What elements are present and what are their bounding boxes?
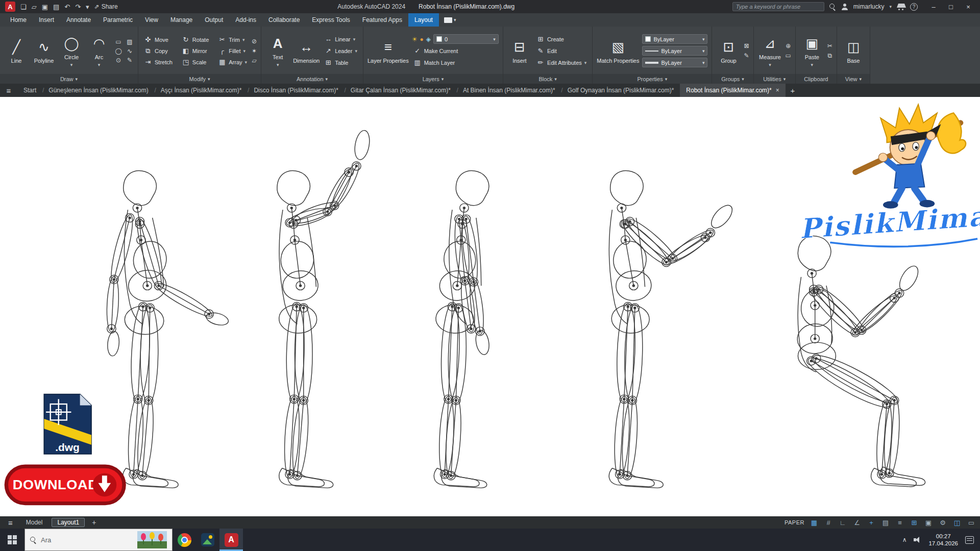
taskbar-search[interactable] [24, 529, 173, 551]
arc-button[interactable]: ◠ Arc ▾ [87, 30, 111, 72]
create-block-button[interactable]: ⊞Create [535, 34, 588, 44]
point-icon[interactable]: ⊙ [114, 57, 122, 64]
layer-lock-icon[interactable]: ◈ [426, 36, 431, 43]
base-button[interactable]: ◫ Base [841, 30, 866, 72]
quick-calc-icon[interactable]: ▭ [786, 52, 791, 59]
help-icon[interactable]: ? [910, 3, 918, 11]
edit-block-button[interactable]: ✎Edit [535, 46, 588, 56]
workspace-icon[interactable]: ▣ [924, 519, 933, 527]
revision-cloud-icon[interactable]: ✎ [126, 57, 134, 64]
minimize-button[interactable]: – [925, 0, 942, 13]
doc-tab-atbinen[interactable]: At Binen İnsan (PislikMimar.com)* [457, 84, 561, 97]
panel-label-properties[interactable]: Properties ▾ [593, 74, 712, 84]
doc-tab-robot[interactable]: Robot İnsan (PislikMimar.com)* × [680, 84, 785, 97]
tab-parametric[interactable]: Parametric [97, 13, 139, 27]
panel-label-groups[interactable]: Groups ▾ [712, 74, 753, 84]
text-button[interactable]: A Text ▾ [265, 30, 290, 72]
tab-insert[interactable]: Insert [33, 13, 60, 27]
group-edit-icon[interactable]: ✎ [744, 52, 749, 59]
table-button[interactable]: ⊞Table [323, 58, 359, 67]
tab-manage[interactable]: Manage [164, 13, 199, 27]
explode-icon[interactable]: ✶ [252, 47, 257, 55]
make-current-button[interactable]: ✓Make Current [412, 46, 499, 56]
maximize-button[interactable]: □ [942, 0, 960, 13]
new-file-icon[interactable]: ❏ [20, 3, 27, 11]
ortho-icon[interactable]: ∟ [838, 519, 847, 527]
taskbar-clock[interactable]: 00:27 17.04.2026 [928, 533, 958, 547]
hatch-icon[interactable]: ▨ [126, 38, 134, 45]
array-button[interactable]: ▦Array▾ [216, 57, 249, 67]
user-avatar-icon[interactable] [841, 4, 848, 10]
circle-button[interactable]: ◯ Circle ▾ [59, 30, 84, 72]
move-button[interactable]: ✜Move [142, 35, 174, 44]
linear-button[interactable]: ↔Linear▾ [323, 34, 359, 44]
autocad-logo-icon[interactable]: A [5, 2, 15, 12]
line-button[interactable]: ╱ Line [4, 30, 29, 72]
new-drawing-tab-button[interactable]: + [786, 84, 800, 97]
new-layout-button[interactable]: + [89, 518, 99, 527]
tab-output[interactable]: Output [199, 13, 229, 27]
close-button[interactable]: × [960, 0, 977, 13]
dynamic-input-icon[interactable]: ≡ [895, 519, 904, 527]
panel-label-draw[interactable]: Draw ▾ [0, 74, 138, 84]
spline-icon[interactable]: ∿ [126, 47, 134, 55]
match-layer-button[interactable]: ▥Match Layer [412, 58, 499, 67]
group-button[interactable]: ⊡ Group [716, 30, 741, 72]
chrome-taskbar-button[interactable] [173, 529, 196, 551]
layout1-tab[interactable]: Layout1 [52, 518, 85, 527]
tab-collaborate[interactable]: Collaborate [262, 13, 306, 27]
notification-center-icon[interactable] [965, 536, 974, 544]
search-highlight-image[interactable] [137, 531, 167, 548]
autocad-taskbar-button[interactable]: A [219, 529, 243, 551]
rectangle-icon[interactable]: ▭ [114, 38, 122, 45]
offset-icon[interactable]: ▱ [252, 57, 257, 64]
tab-view[interactable]: View [139, 13, 164, 27]
copy-clip-icon[interactable]: ⧉ [827, 52, 832, 59]
ellipse-icon[interactable]: ◯ [114, 47, 122, 55]
share-button[interactable]: ⇗ Share [94, 3, 118, 10]
model-tab[interactable]: Model [21, 518, 48, 527]
fillet-button[interactable]: ╭Fillet▾ [216, 46, 249, 56]
snap-mode-icon[interactable]: # [824, 519, 833, 527]
tab-express-tools[interactable]: Express Tools [306, 13, 356, 27]
close-tab-icon[interactable]: × [776, 87, 779, 94]
layer-freeze-icon[interactable]: ● [420, 36, 423, 43]
id-point-icon[interactable]: ⊕ [786, 42, 791, 49]
paper-space-indicator[interactable]: PAPER [785, 519, 804, 525]
annotation-scale-icon[interactable]: ⊞ [910, 519, 919, 527]
match-properties-button[interactable]: ▧ Match Properties [597, 30, 639, 72]
lineweight-icon[interactable]: ▤ [881, 519, 890, 527]
layer-on-icon[interactable]: ☀ [412, 36, 418, 43]
panel-label-modify[interactable]: Modify ▾ [138, 74, 261, 84]
isolate-objects-icon[interactable]: ◫ [952, 519, 962, 527]
grid-display-icon[interactable]: ▦ [810, 519, 819, 527]
taskbar-search-input[interactable] [41, 536, 133, 544]
panel-label-annotation[interactable]: Annotation ▾ [261, 74, 363, 84]
settings-gear-icon[interactable]: ⚙ [938, 519, 947, 527]
keyword-search-input[interactable] [732, 2, 824, 11]
download-button[interactable]: DOWNLOAD [6, 466, 124, 504]
cart-icon[interactable] [897, 3, 905, 10]
save-icon[interactable]: ▣ [42, 3, 48, 11]
polar-tracking-icon[interactable]: ∠ [852, 519, 862, 527]
copy-button[interactable]: ⧉Copy [142, 46, 174, 56]
lineweight-dropdown[interactable]: ByLayer ▾ [642, 58, 707, 67]
leader-button[interactable]: ↗Leader▾ [323, 46, 359, 56]
panel-label-clipboard[interactable]: Clipboard [796, 74, 837, 84]
photos-taskbar-button[interactable] [196, 529, 219, 551]
ribbon-display-toggle[interactable]: ▾ [439, 13, 461, 27]
tab-addins[interactable]: Add-ins [229, 13, 262, 27]
tab-featured-apps[interactable]: Featured Apps [356, 13, 408, 27]
tab-layout[interactable]: Layout [408, 13, 439, 27]
clean-screen-icon[interactable]: ▭ [967, 519, 976, 527]
search-icon[interactable] [829, 4, 836, 10]
current-layer-dropdown[interactable]: 0 ▾ [433, 34, 499, 44]
doc-tab-gitar[interactable]: Gitar Çalan İnsan (PislikMimar.com)* [345, 84, 457, 97]
statusbar-hamburger-icon[interactable]: ≡ [4, 518, 17, 527]
drawing-area[interactable]: PislikMimar .dwg DOWNLOAD [0, 97, 980, 516]
polyline-button[interactable]: ∿ Polyline [32, 30, 56, 72]
insert-block-button[interactable]: ⊟ Insert [507, 30, 532, 72]
mirror-button[interactable]: ◧Mirror [180, 46, 210, 56]
qat-dropdown-icon[interactable]: ▾ [86, 3, 89, 11]
undo-icon[interactable]: ↶ [64, 3, 70, 11]
